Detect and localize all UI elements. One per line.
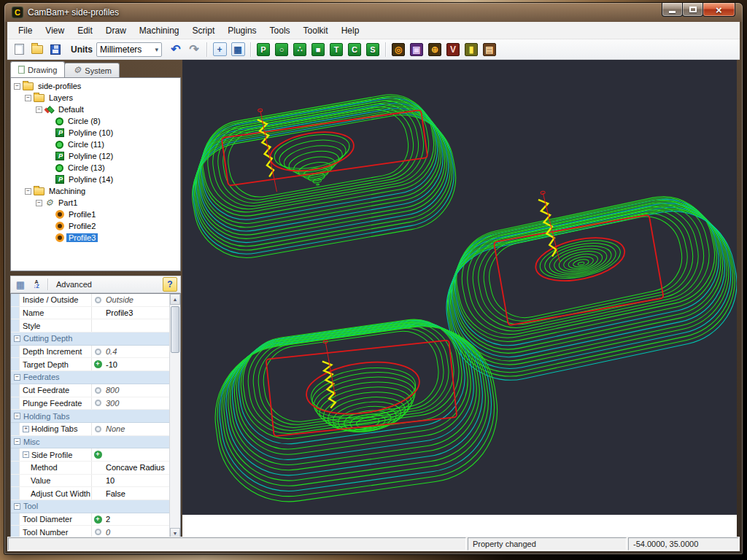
save-file-icon[interactable]: [47, 41, 64, 58]
menu-file[interactable]: File: [12, 23, 39, 38]
prop-value[interactable]: Profile3: [104, 307, 169, 319]
prop-category-feedrates[interactable]: −Feedrates: [11, 371, 169, 384]
tree-node-profile3[interactable]: Profile3: [11, 232, 180, 244]
mop-engrave-icon[interactable]: V: [444, 41, 462, 58]
prop-value[interactable]: [104, 448, 169, 461]
tree-node-polyline-14[interactable]: Polyline (14): [11, 174, 180, 185]
viewport-canvas[interactable]: [182, 60, 737, 515]
tree-node-circle-13[interactable]: Circle (13): [11, 162, 180, 174]
prop-value[interactable]: False: [104, 487, 169, 499]
tree-node-machining[interactable]: −Machining: [11, 185, 180, 197]
prop-value[interactable]: 800: [104, 384, 169, 397]
maximize-button[interactable]: [682, 3, 703, 17]
menu-help[interactable]: Help: [335, 23, 366, 38]
tree-node-profile2[interactable]: Profile2: [11, 220, 180, 232]
menu-draw[interactable]: Draw: [99, 23, 133, 38]
default-value-icon[interactable]: [95, 387, 101, 394]
draw-text-icon[interactable]: T: [328, 41, 345, 58]
tree-node-profile1[interactable]: Profile1: [11, 209, 180, 220]
scrollbar-thumb[interactable]: [171, 306, 179, 353]
menu-view[interactable]: View: [39, 23, 71, 38]
show-grid-icon[interactable]: ▦: [229, 41, 247, 58]
mop-profile-icon[interactable]: ◎: [390, 41, 407, 58]
propgrid-scrollbar[interactable]: ▲ ▼: [169, 294, 180, 539]
draw-circle-icon[interactable]: ○: [273, 41, 290, 58]
draw-polyline-icon[interactable]: P: [255, 41, 272, 58]
tab-system[interactable]: System: [64, 63, 120, 77]
prop-adjust-cut-width[interactable]: Adjust Cut WidthFalse: [11, 487, 169, 500]
prop-value[interactable]: 0.4: [104, 346, 169, 358]
draw-arc-icon[interactable]: C: [346, 41, 363, 58]
scroll-up-icon[interactable]: ▲: [170, 294, 180, 305]
collapse-icon[interactable]: −: [14, 438, 20, 445]
tree-node-layers[interactable]: −Layers: [11, 92, 180, 104]
units-dropdown[interactable]: Millimeters▾: [96, 42, 162, 57]
prop-value[interactable]: 300: [104, 397, 169, 410]
categorized-view-icon[interactable]: ▦: [13, 277, 28, 292]
prop-name[interactable]: NameProfile3: [11, 307, 169, 320]
prop-value[interactable]: Value10: [11, 475, 169, 488]
mop-drill-icon[interactable]: ⊕: [426, 41, 444, 58]
draw-rectangle-icon[interactable]: ■: [309, 41, 327, 58]
prop-value[interactable]: 2: [104, 513, 169, 526]
prop-category-cutting-depth[interactable]: −Cutting Depth: [11, 332, 169, 346]
user-value-icon[interactable]: +: [94, 516, 102, 524]
collapse-icon[interactable]: −: [25, 188, 31, 195]
prop-cut-feedrate[interactable]: Cut Feedrate800: [11, 384, 169, 397]
help-button[interactable]: ?: [163, 277, 177, 292]
collapse-icon[interactable]: −: [14, 83, 20, 90]
tab-drawing[interactable]: Drawing: [10, 61, 65, 77]
tree-node-circle-11[interactable]: Circle (11): [11, 139, 180, 150]
menu-tools[interactable]: Tools: [263, 23, 297, 38]
prop-category-tool[interactable]: −Tool: [11, 500, 169, 513]
prop-value[interactable]: 10: [104, 475, 169, 487]
collapse-icon[interactable]: −: [14, 335, 20, 342]
prop-method[interactable]: MethodConcave Radius: [11, 462, 169, 475]
alphabetical-sort-icon[interactable]: A↓Z: [29, 277, 44, 292]
collapse-icon[interactable]: −: [36, 200, 42, 206]
mop-part-icon[interactable]: ▤: [481, 41, 498, 58]
undo-icon[interactable]: ↶: [167, 41, 185, 58]
default-value-icon[interactable]: [95, 349, 101, 355]
prop-value[interactable]: None: [104, 423, 169, 435]
default-value-icon[interactable]: [95, 400, 101, 406]
mop-lathe-icon[interactable]: ▮: [462, 41, 480, 58]
tree-node-part1[interactable]: −Part1: [11, 197, 180, 209]
collapse-icon[interactable]: −: [14, 413, 20, 419]
prop-plunge-feedrate[interactable]: Plunge Feedrate300: [11, 397, 169, 411]
advanced-button[interactable]: Advanced: [52, 279, 96, 290]
open-file-icon[interactable]: [28, 41, 46, 58]
default-value-icon[interactable]: [95, 297, 101, 303]
prop-category-misc[interactable]: −Misc: [11, 436, 169, 449]
prop-holding-tabs[interactable]: +Holding TabsNone: [11, 423, 169, 436]
prop-side-profile[interactable]: −Side Profile+: [11, 448, 169, 462]
user-value-icon[interactable]: +: [94, 451, 102, 459]
collapse-icon[interactable]: −: [14, 374, 20, 381]
collapse-icon[interactable]: −: [14, 503, 20, 510]
tree-node-polyline-12[interactable]: Polyline (12): [11, 150, 180, 162]
default-value-icon[interactable]: [95, 529, 101, 535]
collapse-icon[interactable]: −: [25, 95, 31, 101]
new-file-icon[interactable]: [10, 41, 28, 58]
prop-target-depth[interactable]: Target Depth+-10: [11, 358, 169, 371]
tree-node-circle-8[interactable]: Circle (8): [11, 115, 180, 127]
tree-node-side-profiles[interactable]: −side-profiles: [11, 80, 180, 92]
expand-icon[interactable]: +: [23, 426, 29, 432]
prop-inside-outside[interactable]: Inside / OutsideOutside: [11, 294, 169, 307]
close-button[interactable]: ×: [703, 3, 735, 17]
prop-value[interactable]: -10: [104, 358, 169, 370]
menu-toolkit[interactable]: Toolkit: [297, 23, 335, 38]
minimize-button[interactable]: [662, 3, 683, 17]
prop-depth-increment[interactable]: Depth Increment0.4: [11, 346, 169, 359]
prop-style[interactable]: Style: [11, 319, 169, 332]
prop-value[interactable]: [104, 319, 169, 332]
menu-script[interactable]: Script: [186, 23, 222, 38]
snap-to-grid-icon[interactable]: +: [211, 41, 228, 58]
default-value-icon[interactable]: [95, 426, 101, 432]
draw-points-icon[interactable]: ∴: [291, 41, 309, 58]
viewport-3d[interactable]: [182, 60, 737, 515]
prop-value[interactable]: Outside: [104, 294, 169, 306]
mop-pocket-icon[interactable]: ▣: [408, 41, 425, 58]
prop-value[interactable]: Concave Radius: [104, 462, 169, 474]
menu-plugins[interactable]: Plugins: [221, 23, 263, 38]
